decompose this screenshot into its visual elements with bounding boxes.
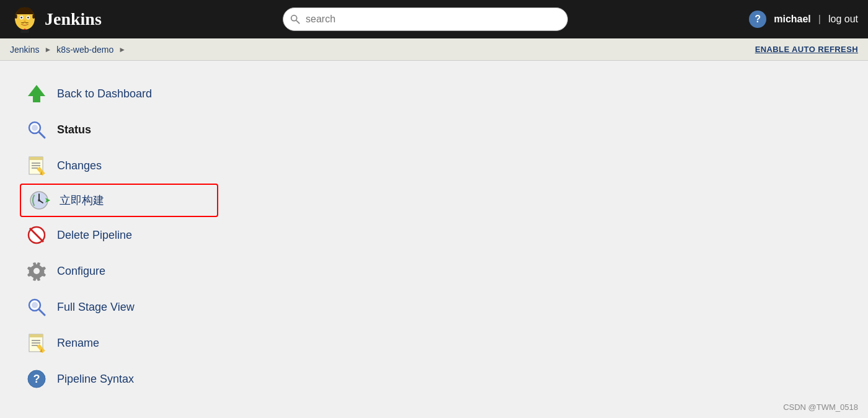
header: Jenkins ? michael | log out bbox=[0, 0, 868, 38]
help-button[interactable]: ? bbox=[749, 11, 766, 28]
breadcrumb-jenkins[interactable]: Jenkins bbox=[10, 45, 39, 55]
build-clock-icon bbox=[27, 189, 51, 212]
svg-marker-10 bbox=[28, 85, 45, 102]
delete-pipeline-label: Delete Pipeline bbox=[57, 229, 132, 242]
breadcrumb-left: Jenkins ► k8s-web-demo ► bbox=[10, 45, 128, 55]
svg-point-28 bbox=[33, 268, 40, 274]
header-right: ? michael | log out bbox=[749, 11, 858, 28]
sidebar-item-configure[interactable]: Configure bbox=[20, 253, 218, 289]
logo-area: Jenkins bbox=[10, 4, 102, 34]
svg-rect-33 bbox=[29, 334, 43, 337]
sidebar-item-back-dashboard[interactable]: Back to Dashboard bbox=[20, 76, 218, 112]
rename-notepad-icon bbox=[25, 331, 48, 355]
breadcrumb: Jenkins ► k8s-web-demo ► ENABLE AUTO REF… bbox=[0, 38, 868, 61]
search-container bbox=[112, 7, 739, 31]
search-input[interactable] bbox=[283, 7, 568, 31]
breadcrumb-project[interactable]: k8s-web-demo bbox=[56, 45, 113, 55]
changes-notepad-icon bbox=[25, 154, 48, 177]
watermark: CSDN @TWM_0518 bbox=[783, 402, 858, 412]
arrow-up-icon bbox=[25, 82, 48, 105]
svg-rect-9 bbox=[20, 30, 29, 33]
sidebar-item-status[interactable]: Status bbox=[20, 112, 218, 148]
sidebar-item-pipeline-syntax[interactable]: ? Pipeline Syntax bbox=[20, 361, 218, 397]
status-label: Status bbox=[57, 123, 91, 136]
svg-point-6 bbox=[27, 17, 29, 19]
configure-label: Configure bbox=[57, 265, 105, 278]
svg-line-12 bbox=[39, 132, 45, 138]
changes-label: Changes bbox=[57, 159, 102, 172]
sidebar-item-delete-pipeline[interactable]: Delete Pipeline bbox=[20, 217, 218, 253]
full-stage-view-icon bbox=[25, 295, 48, 319]
username-label: michael bbox=[774, 14, 811, 25]
svg-text:?: ? bbox=[33, 373, 40, 385]
sidebar-item-full-stage-view[interactable]: Full Stage View bbox=[20, 289, 218, 325]
build-now-label: 立即构建 bbox=[60, 193, 104, 208]
svg-point-7 bbox=[24, 20, 26, 22]
main-content: Back to Dashboard Status bbox=[0, 61, 868, 418]
svg-rect-2 bbox=[32, 14, 35, 19]
svg-rect-1 bbox=[15, 14, 17, 19]
svg-rect-15 bbox=[29, 157, 43, 160]
back-dashboard-label: Back to Dashboard bbox=[57, 87, 152, 100]
pipeline-syntax-label: Pipeline Syntax bbox=[57, 373, 134, 386]
breadcrumb-sep-1: ► bbox=[44, 45, 51, 54]
jenkins-logo-icon bbox=[10, 4, 40, 34]
svg-point-13 bbox=[32, 125, 38, 131]
sidebar-item-changes[interactable]: Changes bbox=[20, 148, 218, 184]
svg-point-5 bbox=[20, 17, 22, 19]
breadcrumb-sep-2: ► bbox=[118, 45, 126, 54]
sidebar: Back to Dashboard Status bbox=[20, 76, 218, 397]
status-magnifier-icon bbox=[25, 118, 48, 141]
jenkins-logo-title: Jenkins bbox=[45, 9, 102, 29]
no-symbol-icon bbox=[25, 223, 48, 247]
auto-refresh-link[interactable]: ENABLE AUTO REFRESH bbox=[755, 45, 858, 54]
logout-link[interactable]: log out bbox=[828, 14, 858, 25]
sidebar-item-rename[interactable]: Rename bbox=[20, 325, 218, 361]
sidebar-item-build-now[interactable]: 立即构建 bbox=[20, 184, 218, 217]
question-circle-icon: ? bbox=[25, 367, 48, 391]
svg-line-30 bbox=[39, 309, 45, 315]
gear-icon bbox=[25, 259, 48, 283]
svg-point-31 bbox=[32, 302, 38, 308]
full-stage-view-label: Full Stage View bbox=[57, 301, 135, 314]
logout-separator: | bbox=[818, 14, 821, 25]
rename-label: Rename bbox=[57, 337, 99, 350]
